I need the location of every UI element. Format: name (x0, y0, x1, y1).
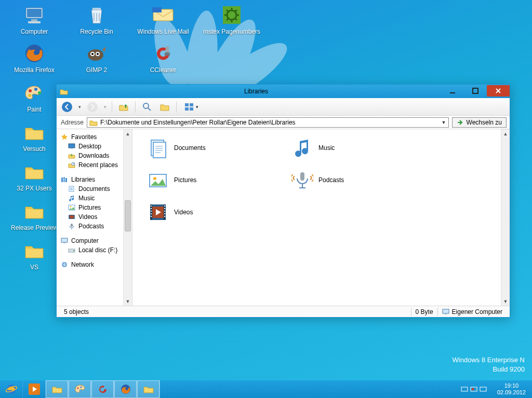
library-pictures[interactable]: Pictures (135, 167, 279, 194)
toolbar: ▾ ▾ ▾ (57, 98, 510, 116)
nav-recent[interactable]: Recent places (57, 160, 132, 170)
address-dropdown[interactable]: ▼ (442, 120, 446, 125)
svg-rect-62 (164, 208, 165, 209)
svg-point-13 (91, 53, 94, 55)
nav-scrollbar[interactable]: ▲ ▼ (123, 129, 132, 306)
podcast-icon (68, 223, 75, 229)
minimize-button[interactable] (441, 85, 464, 97)
tray-icons[interactable] (457, 386, 491, 393)
taskbar-explorer[interactable] (46, 380, 69, 398)
desktop-icon-paint[interactable]: Paint (5, 82, 63, 113)
pictures-icon (147, 169, 169, 191)
desktop-icon-mstex[interactable]: mstex Pagenumbers (203, 4, 261, 35)
address-label: Adresse (60, 119, 84, 126)
firefox-icon (23, 43, 45, 64)
go-button[interactable]: Wechseln zu (452, 117, 507, 128)
nav-favorites[interactable]: Favorites (57, 132, 132, 142)
taskbar-media[interactable] (23, 380, 46, 398)
nav-network[interactable]: Network (57, 260, 132, 269)
content-pane: Documents Music Pictures Podcasts Videos (132, 129, 501, 306)
tray-icon[interactable] (470, 386, 477, 393)
views-button[interactable]: ▾ (182, 101, 201, 113)
svg-rect-6 (152, 7, 162, 12)
picture-icon (68, 204, 75, 211)
nav-pictures[interactable]: Pictures (57, 203, 132, 212)
svg-rect-59 (151, 213, 152, 214)
titlebar[interactable]: Libraries (57, 85, 510, 98)
desktop-icon-32px-users[interactable]: 32 PX Users (5, 161, 63, 192)
svg-rect-2 (31, 19, 37, 21)
nav-libraries[interactable]: Libraries (57, 175, 132, 184)
scroll-down-icon[interactable]: ▼ (501, 297, 510, 306)
mail-icon (152, 4, 174, 26)
nav-computer[interactable]: Computer (57, 236, 132, 245)
folders-button[interactable] (158, 101, 171, 113)
library-videos[interactable]: Videos (135, 199, 279, 226)
scroll-down-icon[interactable]: ▼ (124, 297, 132, 306)
taskbar-firefox[interactable] (114, 380, 137, 398)
tray-clock[interactable]: 19:10 02.09.2012 (491, 382, 532, 396)
taskbar-explorer2[interactable] (137, 380, 160, 398)
library-podcasts[interactable]: Podcasts (279, 167, 423, 194)
desktop-icon-label: GIMP 2 (68, 66, 126, 74)
svg-point-18 (34, 88, 37, 91)
gimp-icon (86, 43, 108, 64)
svg-point-45 (73, 250, 74, 251)
folder-icon (23, 121, 45, 143)
svg-rect-21 (450, 92, 455, 93)
video-icon (68, 214, 75, 220)
svg-rect-29 (190, 107, 193, 111)
nav-local-disc[interactable]: Local disc (F:) (57, 245, 132, 255)
content-scrollbar[interactable]: ▲ ▼ (501, 129, 510, 306)
desktop-icon-versuch[interactable]: Versuch (5, 121, 63, 153)
desktop-icon-vs[interactable]: VS (5, 240, 63, 271)
nav-videos[interactable]: Videos (57, 212, 132, 222)
nav-desktop[interactable]: Desktop (57, 142, 132, 151)
close-button[interactable] (487, 85, 510, 97)
nav-podcasts[interactable]: Podcasts (57, 222, 132, 231)
videos-icon (147, 201, 169, 223)
nav-music[interactable]: Music (57, 194, 132, 203)
forward-button[interactable] (86, 101, 99, 113)
desktop-icon-computer[interactable]: Computer (5, 4, 63, 35)
taskbar-ie[interactable] (0, 380, 23, 398)
svg-rect-40 (70, 215, 74, 218)
scroll-up-icon[interactable]: ▲ (124, 129, 132, 138)
library-documents[interactable]: Documents (135, 134, 279, 161)
svg-rect-48 (153, 142, 166, 158)
scroll-thumb[interactable] (125, 200, 131, 231)
address-field[interactable]: F:\Dokumente und Einstellungen\Peter Rol… (87, 117, 448, 128)
nav-downloads[interactable]: Downloads (57, 151, 132, 160)
tray-icon[interactable] (480, 386, 487, 393)
maximize-button[interactable] (464, 85, 487, 97)
navigation-pane: Favorites Desktop Downloads Recent place… (57, 129, 132, 306)
library-music[interactable]: Music (279, 134, 423, 161)
svg-point-14 (97, 53, 99, 55)
svg-rect-55 (164, 204, 166, 220)
desktop-icon-recycle-bin[interactable]: Recycle Bin (68, 4, 126, 35)
desktop-icon-firefox[interactable]: Mozilla Firefox (5, 43, 63, 74)
svg-point-19 (38, 91, 41, 94)
svg-rect-15 (166, 46, 169, 52)
svg-rect-60 (151, 216, 152, 217)
desktop-icon-release-preview[interactable]: Release Preview (5, 200, 63, 231)
back-button[interactable] (61, 101, 73, 113)
scroll-up-icon[interactable]: ▲ (501, 129, 510, 138)
svg-rect-77 (480, 387, 486, 391)
search-button[interactable] (141, 101, 153, 113)
tray-icon[interactable] (461, 386, 468, 393)
gear-icon (221, 4, 243, 26)
desktop-icon-windows-live-mail[interactable]: Windows Live Mail (134, 4, 192, 35)
desktop-icon-gimp[interactable]: GIMP 2 (68, 43, 126, 74)
document-icon (68, 186, 75, 192)
svg-rect-66 (443, 309, 449, 313)
desktop-icon-label: Computer (5, 28, 63, 35)
taskbar-paint[interactable] (69, 380, 91, 398)
taskbar-ccleaner[interactable] (91, 380, 114, 398)
system-tray: 19:10 02.09.2012 (457, 380, 532, 398)
taskbar: 19:10 02.09.2012 (0, 380, 532, 398)
nav-documents[interactable]: Documents (57, 184, 132, 194)
folder-icon (23, 161, 45, 183)
desktop-icon-ccleaner[interactable]: CCleaner (134, 43, 192, 74)
up-button[interactable] (117, 101, 130, 113)
